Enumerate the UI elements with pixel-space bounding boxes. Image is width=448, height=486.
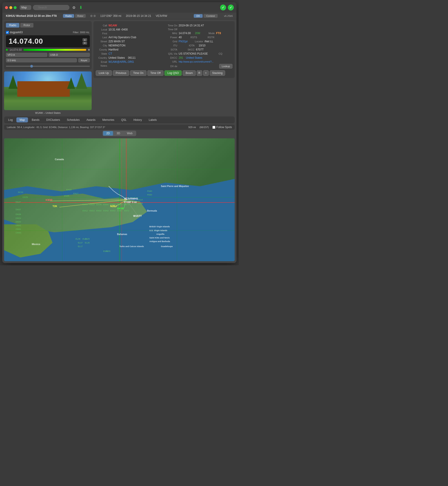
ab-label: Antigua and Barbuda	[149, 240, 170, 243]
coords-label: Latitude: 58.4, Longitude: -91.3, Grid: …	[7, 126, 105, 129]
traffic-lights	[5, 6, 16, 9]
map-container[interactable]: Canada Saint Pierre and Miquelon Bermuda…	[4, 138, 235, 261]
first-label: First	[96, 32, 107, 35]
close-button[interactable]	[5, 6, 8, 9]
tab-dxclusters[interactable]: DXClusters	[43, 117, 63, 122]
view-2d[interactable]: 2D	[103, 131, 113, 136]
street-label: Street	[96, 40, 107, 43]
grid-h2	[4, 230, 235, 231]
toolbar: Map ⌕ ⚙ ⬇	[20, 5, 83, 10]
country-value: United States	[108, 56, 125, 59]
map-select[interactable]: Map	[20, 5, 31, 10]
dogpark-checkbox[interactable]: dogpark63	[6, 31, 23, 34]
follow-spots-checkbox[interactable]: Follow Spots	[212, 126, 232, 129]
tab-schedules[interactable]: Schedules	[64, 117, 83, 122]
settings-icon[interactable]: ⚙	[71, 5, 77, 10]
keyer-button[interactable]: Keyer	[78, 58, 90, 62]
dx-contest-buttons: DX Contest	[194, 14, 218, 18]
radio-panel: Radio Rotor dogpark63 Filter: 3000 Hz. 1…	[4, 21, 92, 70]
coords-display: 110°/290° 358 mi	[100, 14, 121, 17]
plus-button[interactable]: +	[203, 70, 209, 76]
rstr-label: RSTR	[203, 36, 215, 39]
contest-button[interactable]: Contest	[204, 14, 218, 18]
time-off-button[interactable]: Time Off	[147, 70, 163, 76]
fn20-label: FN20	[138, 202, 143, 204]
previous-button[interactable]: Previous	[113, 70, 129, 76]
tab-map[interactable]: Map	[16, 117, 28, 122]
freq-down-btn[interactable]: ▼	[83, 42, 87, 45]
city-row: City NEWINGTON	[96, 43, 162, 48]
check1-icon[interactable]: ✓	[220, 5, 226, 10]
time-on-button[interactable]: Time On	[130, 70, 146, 76]
download-icon[interactable]: ⬇	[78, 5, 83, 10]
tab-log[interactable]: Log	[5, 117, 16, 122]
local-label: Local	[96, 28, 107, 31]
cm40-label: CM40	[16, 232, 21, 234]
em72-label: EM72	[124, 210, 129, 212]
freq-up-btn[interactable]: ▲	[83, 38, 87, 41]
dm36-label: DM36	[16, 213, 21, 215]
khz-select[interactable]: 0.5 kHz	[6, 58, 77, 62]
en05-label: EN05	[64, 195, 69, 197]
stacking-button[interactable]: Stacking	[210, 70, 225, 76]
rotor-tab-btn[interactable]: Rotor	[20, 23, 33, 28]
freq-sub-value: 14,074.50	[9, 48, 22, 51]
tab-qsl[interactable]: QSL	[118, 117, 130, 122]
tab-memories[interactable]: Memories	[99, 117, 118, 122]
el29-label: EL29	[85, 238, 90, 240]
email-row: Email W1AW@ARRL.ORG	[96, 60, 162, 64]
t2k-label: T2K	[53, 205, 57, 208]
follow-spots-check[interactable]	[212, 126, 215, 129]
radio-tab[interactable]: Radio	[63, 14, 74, 18]
look-up-button[interactable]: Look Up	[96, 70, 112, 76]
grid-value: FN31pr	[179, 40, 188, 43]
score-value: 10/10	[199, 44, 206, 47]
time-on-value: 2019-08-15 14:31:47	[179, 24, 204, 27]
grid-h1	[4, 169, 235, 169]
ve3vrwhs-label: VE3VRWHS	[124, 197, 138, 200]
power-row: Power 40 RSTS RSTR	[166, 35, 233, 39]
minimize-button[interactable]	[9, 6, 12, 9]
photo-container	[4, 72, 92, 110]
dogpark-check[interactable]	[6, 31, 9, 34]
count-label: (66/157)	[200, 126, 209, 129]
state-label: State	[96, 52, 107, 55]
radio-rotor-tabs: Radio Rotor	[63, 14, 86, 18]
lookup-button[interactable]: Lookup	[219, 64, 232, 68]
usvi-label: U.S. Virgin Islands	[149, 229, 167, 232]
dm42-label: DM42	[16, 224, 21, 227]
last-value: Arrl Hq Operators Club	[108, 36, 136, 39]
freq-slider[interactable]	[6, 66, 90, 67]
maximize-button[interactable]	[14, 6, 16, 9]
anguilla-label: Anguilla	[156, 233, 164, 235]
vfo-select[interactable]: VFO A	[6, 53, 47, 57]
locator-value: iNet LL	[205, 40, 213, 43]
status-bar: Latitude: 58.4, Longitude: -91.3, Grid: …	[4, 125, 235, 130]
rotor-tab[interactable]: Rotor	[75, 14, 86, 18]
dn47-label: DN47	[16, 201, 21, 203]
mode-select[interactable]: USB-D	[49, 53, 90, 57]
en19-label: EN19	[66, 189, 72, 191]
view-web[interactable]: Web	[124, 131, 136, 136]
tab-bands[interactable]: Bands	[28, 117, 42, 122]
controls-row1: VFO A USB-D	[6, 53, 90, 57]
r-button[interactable]: R	[197, 70, 202, 76]
county-label: County	[96, 48, 107, 51]
grid-v2	[177, 138, 177, 261]
tab-history[interactable]: History	[130, 117, 145, 122]
tab-awards[interactable]: Awards	[83, 117, 99, 122]
radio-tab-btn[interactable]: Radio	[6, 23, 19, 28]
rsts-label: RSTS	[186, 36, 197, 39]
search-input[interactable]	[33, 5, 69, 10]
check2-icon[interactable]: ✓	[228, 5, 234, 10]
first-row: First	[96, 32, 162, 35]
log-qso-button[interactable]: Log QSO	[164, 70, 182, 76]
el08-label: EL08	[75, 238, 80, 240]
beam-button[interactable]: Beam	[183, 70, 196, 76]
tab-labels[interactable]: Labels	[145, 117, 160, 122]
em62-label: EM62	[117, 210, 123, 212]
freq-stepper: ▲ ▼	[83, 38, 87, 45]
dx-button[interactable]: DX	[194, 14, 203, 18]
view-3d[interactable]: 3D	[113, 131, 123, 136]
url-label: URL	[166, 60, 177, 63]
